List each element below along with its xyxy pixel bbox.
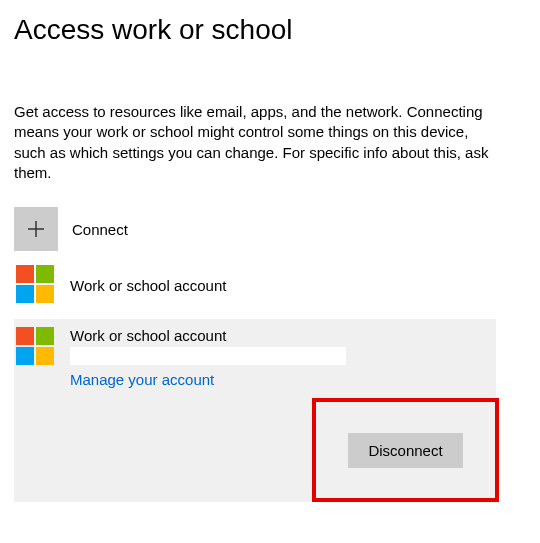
- connect-label: Connect: [72, 221, 128, 238]
- description-text: Get access to resources like email, apps…: [14, 102, 504, 183]
- account-row[interactable]: Work or school account: [14, 261, 540, 309]
- connect-button[interactable]: Connect: [14, 205, 540, 253]
- plus-icon: [14, 207, 58, 251]
- manage-account-link[interactable]: Manage your account: [70, 371, 214, 388]
- page-title: Access work or school: [14, 14, 540, 46]
- microsoft-logo-icon: [16, 327, 56, 367]
- disconnect-button[interactable]: Disconnect: [348, 433, 462, 468]
- microsoft-logo-icon: [16, 265, 56, 305]
- expanded-account-panel: Work or school account Manage your accou…: [14, 319, 496, 502]
- account-identifier-field: [70, 347, 346, 365]
- account-label: Work or school account: [70, 277, 226, 294]
- highlight-annotation: Disconnect: [312, 398, 499, 502]
- expanded-account-title: Work or school account: [70, 327, 346, 344]
